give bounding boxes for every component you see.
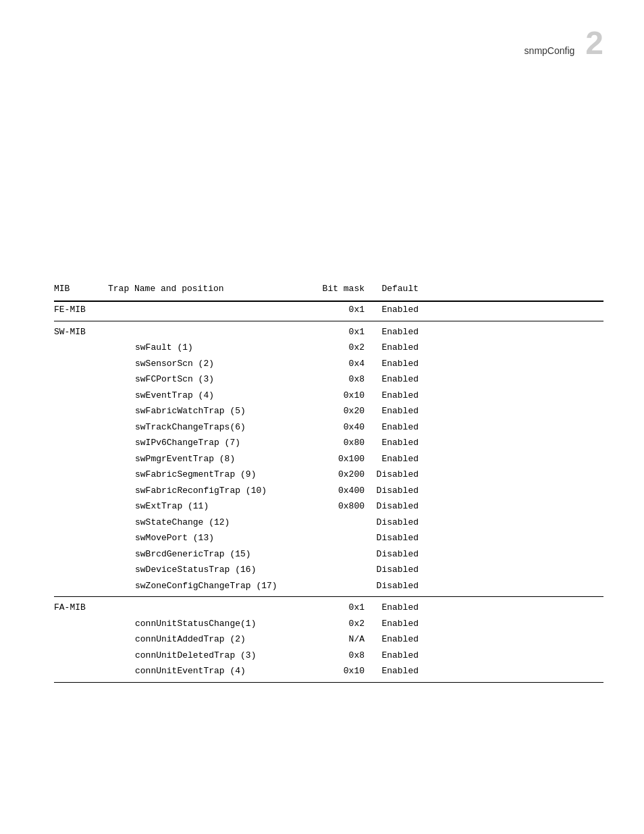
row-default: Enabled [365, 436, 419, 450]
row-bitmask: 0x2 [311, 341, 365, 355]
row-default: Disabled [365, 563, 419, 577]
header-title: snmpConfig [525, 45, 575, 56]
section-trap-name [108, 303, 311, 317]
row-trap-name: connUnitAddedTrap (2) [108, 633, 311, 646]
row-mib-col [54, 617, 108, 631]
row-trap-name: swFCPortScn (3) [108, 373, 311, 386]
row-bitmask [311, 531, 365, 545]
table-row: swEventTrap (4) 0x10 Enabled [54, 388, 603, 404]
row-trap-name: connUnitEventTrap (4) [108, 664, 311, 678]
col-mib-header: MIB [54, 284, 108, 294]
col-bitmask-header: Bit mask [311, 284, 365, 294]
row-bitmask: 0x800 [311, 500, 365, 513]
table-row: swStateChange (12) Disabled [54, 515, 603, 531]
row-mib-col [54, 357, 108, 371]
row-mib-col [54, 341, 108, 355]
table-row: swFabricWatchTrap (5) 0x20 Enabled [54, 403, 603, 419]
row-bitmask: 0x100 [311, 452, 365, 466]
table-row: swMovePort (13) Disabled [54, 530, 603, 546]
table-row: swFCPortScn (3) 0x8 Enabled [54, 371, 603, 388]
row-trap-name: swDeviceStatusTrap (16) [108, 563, 311, 577]
section-default: Enabled [365, 601, 419, 615]
row-bitmask [311, 548, 365, 561]
row-bitmask: N/A [311, 633, 365, 646]
table-row: swSensorScn (2) 0x4 Enabled [54, 356, 603, 372]
row-mib-col [54, 579, 108, 593]
table-row: swPmgrEventTrap (8) 0x100 Enabled [54, 451, 603, 467]
row-default: Enabled [365, 341, 419, 355]
table-row: swDeviceStatusTrap (16) Disabled [54, 562, 603, 578]
row-default: Disabled [365, 500, 419, 513]
content-area: MIB Trap Name and position Bit mask Defa… [54, 284, 603, 683]
row-mib-col [54, 563, 108, 577]
row-default: Disabled [365, 468, 419, 481]
row-bitmask [311, 516, 365, 529]
table-row: connUnitDeletedTrap (3) 0x8 Enabled [54, 648, 603, 664]
row-bitmask: 0x4 [311, 357, 365, 371]
section-default: Enabled [365, 303, 419, 317]
row-mib-col [54, 405, 108, 418]
row-bitmask: 0x10 [311, 389, 365, 402]
row-mib-col [54, 421, 108, 434]
row-mib-col [54, 548, 108, 561]
row-default: Enabled [365, 373, 419, 386]
row-mib-col [54, 436, 108, 450]
row-default: Disabled [365, 548, 419, 561]
col-default-header: Default [365, 284, 419, 294]
row-mib-col [54, 531, 108, 545]
row-default: Enabled [365, 664, 419, 678]
row-default: Disabled [365, 531, 419, 545]
section-trap-name [108, 601, 311, 615]
row-bitmask: 0x8 [311, 373, 365, 386]
row-mib-col [54, 516, 108, 529]
row-mib-col [54, 452, 108, 466]
row-bitmask [311, 563, 365, 577]
row-bitmask: 0x400 [311, 484, 365, 498]
row-trap-name: swFabricReconfigTrap (10) [108, 484, 311, 498]
row-mib-col [54, 649, 108, 662]
row-bitmask: 0x10 [311, 664, 365, 678]
row-trap-name: swMovePort (13) [108, 531, 311, 545]
row-trap-name: swExtTrap (11) [108, 500, 311, 513]
row-default: Enabled [365, 421, 419, 434]
table-row: swZoneConfigChangeTrap (17) Disabled [54, 578, 603, 594]
row-mib-col [54, 633, 108, 646]
row-trap-name: swFabricSegmentTrap (9) [108, 468, 311, 481]
page-container: snmpConfig 2 MIB Trap Name and position … [0, 0, 644, 834]
row-default: Enabled [365, 633, 419, 646]
table-row: connUnitStatusChange(1) 0x2 Enabled [54, 616, 603, 632]
row-trap-name: connUnitStatusChange(1) [108, 617, 311, 631]
row-mib-col [54, 484, 108, 498]
section-divider [54, 321, 603, 321]
table-row: swExtTrap (11) 0x800 Disabled [54, 498, 603, 515]
table-body: FE-MIB 0x1 Enabled SW-MIB 0x1 Enabled sw… [54, 302, 603, 683]
table-row: swFabricReconfigTrap (10) 0x400 Disabled [54, 483, 603, 499]
row-default: Disabled [365, 516, 419, 529]
section-trap-name [108, 325, 311, 339]
section-divider [54, 596, 603, 597]
row-trap-name: swTrackChangeTraps(6) [108, 421, 311, 434]
row-bitmask: 0x2 [311, 617, 365, 631]
header-number: 2 [585, 27, 603, 59]
row-bitmask [311, 579, 365, 593]
row-trap-name: swBrcdGenericTrap (15) [108, 548, 311, 561]
row-bitmask: 0x80 [311, 436, 365, 450]
table-header: MIB Trap Name and position Bit mask Defa… [54, 284, 603, 298]
row-default: Enabled [365, 405, 419, 418]
table-row: swFabricSegmentTrap (9) 0x200 Disabled [54, 467, 603, 483]
table-row: connUnitEventTrap (4) 0x10 Enabled [54, 663, 603, 679]
row-mib-col [54, 500, 108, 513]
page-header: snmpConfig 2 [525, 27, 603, 59]
table-row: swFault (1) 0x2 Enabled [54, 340, 603, 356]
section-default: Enabled [365, 325, 419, 339]
row-trap-name: swPmgrEventTrap (8) [108, 452, 311, 466]
section-row: FA-MIB 0x1 Enabled [54, 600, 603, 616]
section-row: FE-MIB 0x1 Enabled [54, 302, 603, 318]
section-row: SW-MIB 0x1 Enabled [54, 324, 603, 340]
row-trap-name: swStateChange (12) [108, 516, 311, 529]
row-mib-col [54, 468, 108, 481]
table-row: swTrackChangeTraps(6) 0x40 Enabled [54, 419, 603, 436]
row-default: Enabled [365, 649, 419, 662]
table-row: swIPv6ChangeTrap (7) 0x80 Enabled [54, 435, 603, 451]
final-divider [54, 682, 603, 683]
